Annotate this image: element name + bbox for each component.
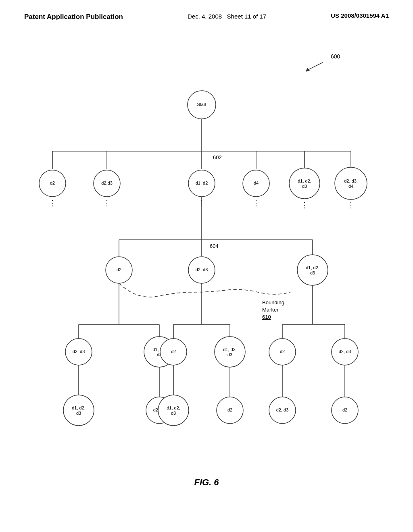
date-sheet: Dec. 4, 2008 Sheet 11 of 17 bbox=[188, 12, 266, 21]
svg-text:d1, d2,: d1, d2, bbox=[72, 405, 86, 410]
node-l5-rl-d2d3: d2, d3 bbox=[269, 397, 296, 424]
bounding-marker-line bbox=[119, 283, 290, 297]
svg-text:d2: d2 bbox=[342, 407, 347, 412]
node-l3-d1d2d3: d1, d2, d3 bbox=[297, 255, 328, 285]
svg-text:d2, d3,: d2, d3, bbox=[344, 179, 358, 183]
node-l4-left-d2d3: d2, d3 bbox=[65, 339, 92, 365]
node-l2-d1d2: d1, d2 bbox=[188, 170, 215, 197]
bounding-marker-label: Bounding bbox=[262, 299, 284, 305]
node-l5-mr-d2: d2 bbox=[217, 397, 243, 424]
dots-l2-1: ⋮ bbox=[48, 198, 56, 207]
svg-text:d1, d2,: d1, d2, bbox=[223, 347, 237, 352]
publication-title: Patent Application Publication bbox=[24, 12, 123, 22]
header: Patent Application Publication Dec. 4, 2… bbox=[0, 0, 413, 26]
node-l3-d2d3: d2, d3 bbox=[188, 257, 215, 283]
svg-text:d2: d2 bbox=[280, 349, 285, 354]
node-start: Start bbox=[188, 91, 216, 119]
figure-label: FIG. 6 bbox=[194, 477, 219, 488]
node-l2-d1d2d3: d1, d2, d3 bbox=[289, 168, 320, 199]
dots-l2-2: ⋮ bbox=[103, 198, 111, 207]
svg-text:d1, d2,: d1, d2, bbox=[167, 405, 180, 410]
node-l4-mid-d1d2d3: d1, d2, d3 bbox=[215, 337, 245, 367]
svg-text:d2, d3: d2, d3 bbox=[339, 349, 351, 354]
svg-text:d2: d2 bbox=[227, 407, 232, 412]
ref-604: 604 bbox=[210, 243, 219, 249]
node-l3-d2: d2 bbox=[106, 257, 132, 283]
node-l2-d2d3: d2,d3 bbox=[94, 170, 120, 197]
ref-602: 602 bbox=[213, 154, 222, 160]
node-l4-mid-d2: d2 bbox=[160, 339, 187, 365]
svg-line-0 bbox=[307, 62, 323, 71]
node-l5-rr-d2: d2 bbox=[332, 397, 358, 424]
patent-number: US 2008/0301594 A1 bbox=[331, 12, 389, 19]
page: Patent Application Publication Dec. 4, 2… bbox=[0, 0, 413, 532]
svg-text:d2, d3: d2, d3 bbox=[73, 349, 85, 354]
node-l2-d4: d4 bbox=[243, 170, 269, 197]
ref-610: 610 bbox=[262, 314, 271, 320]
svg-text:d3: d3 bbox=[171, 411, 176, 416]
svg-text:d1, d2,: d1, d2, bbox=[298, 179, 311, 183]
svg-text:d2: d2 bbox=[171, 349, 176, 354]
svg-text:d2,d3: d2,d3 bbox=[101, 181, 113, 185]
node-l4-right-d2: d2 bbox=[269, 339, 296, 365]
svg-text:Start: Start bbox=[197, 102, 206, 107]
svg-text:d3: d3 bbox=[310, 270, 315, 275]
diagram-area: 600 Start 602 bbox=[0, 26, 413, 510]
svg-text:d4: d4 bbox=[348, 184, 353, 189]
svg-text:d3: d3 bbox=[227, 352, 232, 357]
svg-marker-1 bbox=[306, 68, 310, 72]
svg-text:d2: d2 bbox=[50, 181, 55, 185]
svg-text:d1, d2,: d1, d2, bbox=[306, 265, 319, 270]
svg-text:d4: d4 bbox=[254, 181, 259, 185]
svg-text:d2, d3: d2, d3 bbox=[196, 267, 208, 272]
svg-text:d1, d2: d1, d2 bbox=[196, 181, 208, 185]
node-l2-d2d3d4: d2, d3, d4 bbox=[335, 167, 367, 200]
date: Dec. 4, 2008 bbox=[188, 13, 222, 20]
svg-text:d3: d3 bbox=[302, 184, 307, 189]
dots-l2-5: ⋮ bbox=[300, 200, 309, 209]
bounding-marker-sublabel: Marker bbox=[262, 307, 279, 313]
node-l5-ml-d1d2d3: d1, d2, d3 bbox=[158, 395, 189, 426]
diagram-svg: 600 Start 602 bbox=[0, 26, 413, 510]
node-l5-ll-d1d2d3: d1, d2, d3 bbox=[63, 395, 94, 426]
ref-600: 600 bbox=[331, 53, 340, 60]
sheet-info: Sheet 11 of 17 bbox=[227, 13, 267, 20]
dots-l2-4: ⋮ bbox=[252, 198, 260, 207]
dots-l2-6: ⋮ bbox=[347, 200, 355, 209]
svg-text:d2, d3: d2, d3 bbox=[276, 407, 289, 412]
node-l4-right-d2d3: d2, d3 bbox=[332, 339, 358, 365]
svg-text:d2: d2 bbox=[117, 267, 121, 272]
svg-text:d3: d3 bbox=[76, 411, 81, 416]
node-l2-d2: d2 bbox=[39, 170, 66, 197]
